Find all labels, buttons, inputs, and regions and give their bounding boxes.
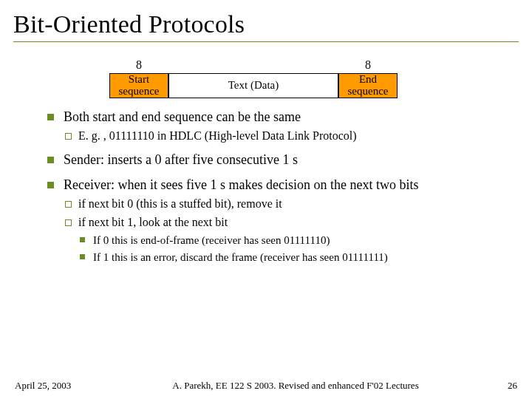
start-width-label: 8 [136, 58, 142, 72]
data-width-label [252, 58, 255, 72]
sub-sub-bullet-item: If 0 this is end-of-frame (receiver has … [78, 233, 499, 248]
slide-footer: April 25, 2003 A. Parekh, EE 122 S 2003.… [0, 380, 532, 392]
diagram-col-start: 8 Start sequence [109, 58, 168, 98]
bullet-item: Both start and end sequence can be the s… [47, 109, 499, 144]
bullet-text: Sender: inserts a 0 after five consecuti… [64, 152, 298, 167]
diagram-col-end: 8 End sequence [338, 58, 398, 98]
sub-sub-bullet-item: If 1 this is an error, discard the frame… [78, 250, 499, 265]
start-sequence-box: Start sequence [109, 73, 168, 98]
diagram-col-data: Text (Data) [168, 58, 338, 98]
sub-sub-bullet-list: If 0 this is end-of-frame (receiver has … [78, 233, 499, 265]
sub-sub-bullet-text: If 1 this is an error, discard the frame… [93, 251, 388, 263]
title-underline [13, 41, 519, 42]
text-data-box: Text (Data) [168, 73, 338, 98]
sub-bullet-item: if next bit 0 (this is a stuffed bit), r… [64, 197, 499, 212]
footer-date: April 25, 2003 [15, 380, 103, 392]
bullet-text: Receiver: when it sees five 1 s makes de… [64, 177, 418, 192]
slide: Bit-Oriented Protocols 8 Start sequence … [0, 0, 532, 399]
sub-bullet-item: E. g. , 01111110 in HDLC (High-level Dat… [64, 129, 499, 144]
bullet-item: Receiver: when it sees five 1 s makes de… [47, 177, 499, 265]
sub-bullet-list: E. g. , 01111110 in HDLC (High-level Dat… [64, 129, 499, 144]
end-width-label: 8 [365, 58, 371, 72]
footer-page-number: 26 [488, 380, 517, 392]
sub-bullet-list: if next bit 0 (this is a stuffed bit), r… [64, 197, 499, 265]
sub-bullet-text: if next bit 1, look at the next bit [78, 216, 228, 228]
sub-bullet-item: if next bit 1, look at the next bit If 0… [64, 215, 499, 265]
end-sequence-box: End sequence [338, 73, 398, 98]
page-title: Bit-Oriented Protocols [13, 10, 519, 38]
diagram-row: 8 Start sequence Text (Data) 8 End seque… [109, 58, 519, 98]
bullet-item: Sender: inserts a 0 after five consecuti… [47, 151, 499, 168]
sub-bullet-text: if next bit 0 (this is a stuffed bit), r… [78, 197, 282, 210]
footer-attribution: A. Parekh, EE 122 S 2003. Revised and en… [103, 380, 488, 392]
content-body: Both start and end sequence can be the s… [13, 109, 519, 265]
bullet-list: Both start and end sequence can be the s… [47, 109, 499, 265]
sub-sub-bullet-text: If 0 this is end-of-frame (receiver has … [93, 234, 330, 246]
bullet-text: Both start and end sequence can be the s… [64, 109, 301, 124]
frame-diagram: 8 Start sequence Text (Data) 8 End seque… [109, 58, 519, 98]
sub-bullet-text: E. g. , 01111110 in HDLC (High-level Dat… [78, 129, 357, 142]
